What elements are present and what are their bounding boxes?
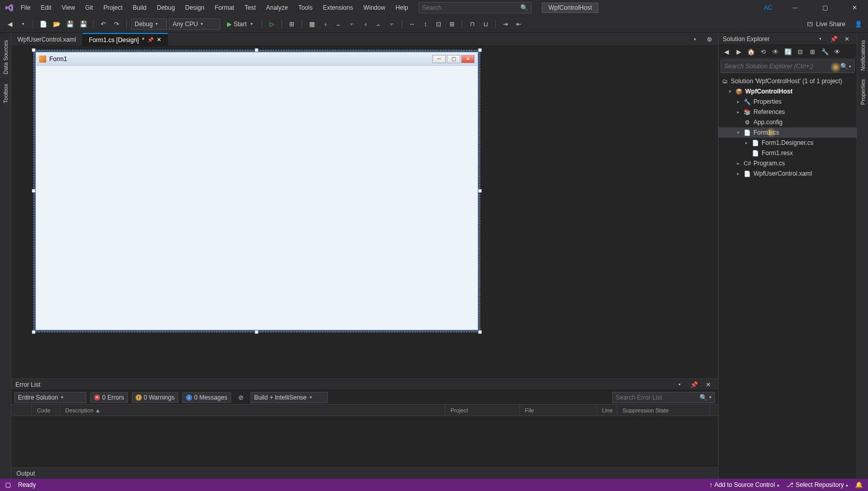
tree-node-form1-cs[interactable]: ▾📄Form1.cs xyxy=(719,127,857,138)
save-button[interactable]: 💾 xyxy=(64,18,76,30)
tab-wpfusercontrol[interactable]: WpfUserControl.xaml xyxy=(11,33,83,46)
solution-tree[interactable]: 🗂 Solution 'WpfControlHost' (1 of 1 proj… xyxy=(719,74,857,479)
tree-node-wpfcontrolhost[interactable]: ▾📦WpfControlHost xyxy=(719,86,857,97)
start-without-debug-button[interactable]: ▷ xyxy=(266,18,277,30)
error-col-6[interactable]: Suppression State xyxy=(617,405,710,416)
sol-view-button[interactable]: 👁 xyxy=(770,46,781,58)
expander-icon[interactable]: ▸ xyxy=(743,140,749,145)
start-debug-button[interactable]: ▶Start▾ xyxy=(222,18,257,30)
form1-client-area[interactable] xyxy=(39,68,475,327)
tab-form1-design[interactable]: Form1.cs [Design]* 📌 ✕ xyxy=(83,33,168,46)
build-filter-dropdown[interactable]: Build + IntelliSense▾ xyxy=(251,392,328,403)
toolbar-tab-1[interactable]: ⇥ xyxy=(500,18,511,30)
sol-forward-button[interactable]: ▶ xyxy=(733,46,744,58)
error-col-5[interactable]: Line xyxy=(597,405,617,416)
toolbar-order-2[interactable]: ⊔ xyxy=(480,18,491,30)
rail-data-sources[interactable]: Data Sources xyxy=(2,36,10,79)
error-col-3[interactable]: Project xyxy=(445,405,520,416)
errors-filter-button[interactable]: ✕0 Errors xyxy=(90,392,128,403)
toolbar-spacing-2[interactable]: ↕ xyxy=(420,18,431,30)
toolbar-tab-2[interactable]: ⇤ xyxy=(513,18,524,30)
expander-icon[interactable]: ▸ xyxy=(735,171,741,176)
messages-filter-button[interactable]: i0 Messages xyxy=(182,392,231,403)
solution-explorer-search[interactable]: 🔍▾ xyxy=(721,60,855,73)
sol-sync-button[interactable]: ⟲ xyxy=(758,46,769,58)
select-repository-button[interactable]: ⎇ Select Repository ▴ xyxy=(786,481,848,488)
tabs-dropdown-button[interactable]: ▾ xyxy=(689,34,701,45)
title-search-input[interactable] xyxy=(422,4,520,11)
sol-home-button[interactable]: 🏠 xyxy=(745,46,757,58)
sol-showall-button[interactable]: ⊞ xyxy=(807,46,818,58)
error-list-search[interactable]: 🔍 ▾ xyxy=(612,392,715,403)
rail-notifications[interactable]: Notifications xyxy=(859,36,867,75)
menu-design[interactable]: Design xyxy=(180,2,210,13)
toolbar-spacing-1[interactable]: ↔ xyxy=(406,18,418,30)
expander-icon[interactable]: ▾ xyxy=(735,130,741,135)
sol-collapse-button[interactable]: ⊟ xyxy=(795,46,806,58)
solution-explorer-dropdown-button[interactable]: ▾ xyxy=(815,33,826,45)
menu-edit[interactable]: Edit xyxy=(35,2,56,13)
solution-explorer-close-button[interactable]: ✕ xyxy=(841,33,853,45)
sol-refresh-button[interactable]: 🔄 xyxy=(782,46,794,58)
form-designer-surface[interactable]: Form1 ─ ▢ ✕ xyxy=(11,46,718,379)
menu-project[interactable]: Project xyxy=(98,2,127,13)
solution-node[interactable]: 🗂 Solution 'WpfControlHost' (1 of 1 proj… xyxy=(719,76,857,86)
solution-explorer-pin-button[interactable]: 📌 xyxy=(828,33,839,45)
menu-help[interactable]: Help xyxy=(390,2,413,13)
title-search[interactable]: 🔍 xyxy=(419,2,532,13)
form1-window[interactable]: Form1 ─ ▢ ✕ xyxy=(36,52,478,330)
save-all-button[interactable]: 💾 xyxy=(78,18,89,30)
output-tab[interactable]: Output xyxy=(11,467,718,479)
toolbar-spacing-4[interactable]: ⊞ xyxy=(446,18,458,30)
tab-pin-icon[interactable]: 📌 xyxy=(147,37,154,43)
rail-toolbox[interactable]: Toolbox xyxy=(2,80,10,107)
window-maximize-button[interactable]: ▢ xyxy=(815,1,835,15)
tree-node-form1-resx[interactable]: 📄Form1.resx xyxy=(719,148,857,158)
error-list-close-button[interactable]: ✕ xyxy=(703,379,714,390)
menu-tools[interactable]: Tools xyxy=(293,2,318,13)
error-list-clear-button[interactable]: ⊘ xyxy=(235,392,247,403)
tree-node-program-cs[interactable]: ▸C#Program.cs xyxy=(719,158,857,168)
config-dropdown[interactable]: Debug▾ xyxy=(131,18,167,30)
add-source-control-button[interactable]: ↑ Add to Source Control ▴ xyxy=(709,481,779,488)
toolbar-order-1[interactable]: ⊓ xyxy=(466,18,478,30)
menu-window[interactable]: Window xyxy=(358,2,390,13)
toolbar-align-1[interactable]: ⫞ xyxy=(319,18,331,30)
window-minimize-button[interactable]: ─ xyxy=(785,1,805,15)
error-col-2[interactable]: Description ▲ xyxy=(60,405,445,416)
menu-git[interactable]: Git xyxy=(80,2,98,13)
warnings-filter-button[interactable]: !0 Warnings xyxy=(132,392,178,403)
toolbar-btn-2[interactable]: ▦ xyxy=(306,18,317,30)
expander-icon[interactable]: ▾ xyxy=(727,89,733,94)
error-col-4[interactable]: File xyxy=(520,405,597,416)
menu-analyze[interactable]: Analyze xyxy=(261,2,293,13)
toolbar-spacing-3[interactable]: ⊡ xyxy=(433,18,444,30)
new-project-button[interactable]: 📄 xyxy=(37,18,49,30)
nav-back-button[interactable]: ◀ xyxy=(4,18,15,30)
toolbar-btn-1[interactable]: ⊞ xyxy=(286,18,297,30)
feedback-button[interactable]: 👤 xyxy=(853,18,864,30)
error-list-body[interactable] xyxy=(11,416,718,467)
tabs-settings-button[interactable]: ⚙ xyxy=(704,34,715,45)
tree-node-wpfusercontrol-xaml[interactable]: ▸📄WpfUserControl.xaml xyxy=(719,168,857,179)
notifications-bell-icon[interactable]: 🔔 xyxy=(855,481,863,488)
error-col-0[interactable] xyxy=(11,405,32,416)
nav-forward-dropdown[interactable]: ▾ xyxy=(17,18,29,30)
tree-node-properties[interactable]: ▸🔧Properties xyxy=(719,97,857,107)
error-list-search-input[interactable] xyxy=(616,394,700,401)
toolbar-align-3[interactable]: ⫟ xyxy=(346,18,357,30)
user-badge[interactable]: AC xyxy=(761,3,776,12)
platform-dropdown[interactable]: Any CPU▾ xyxy=(169,18,220,30)
tree-node-app-config[interactable]: ⚙App.config xyxy=(719,117,857,127)
menu-extensions[interactable]: Extensions xyxy=(318,2,358,13)
menu-test[interactable]: Test xyxy=(239,2,261,13)
sol-preview-button[interactable]: 👁 xyxy=(832,46,843,58)
open-file-button[interactable]: 📂 xyxy=(51,18,62,30)
redo-button[interactable]: ↷ xyxy=(111,18,122,30)
menu-format[interactable]: Format xyxy=(210,2,239,13)
sol-back-button[interactable]: ◀ xyxy=(721,46,732,58)
error-list-dropdown-button[interactable]: ▾ xyxy=(674,379,685,390)
window-close-button[interactable]: ✕ xyxy=(844,1,865,15)
error-list-pin-button[interactable]: 📌 xyxy=(688,379,700,390)
expander-icon[interactable]: ▸ xyxy=(735,161,741,166)
